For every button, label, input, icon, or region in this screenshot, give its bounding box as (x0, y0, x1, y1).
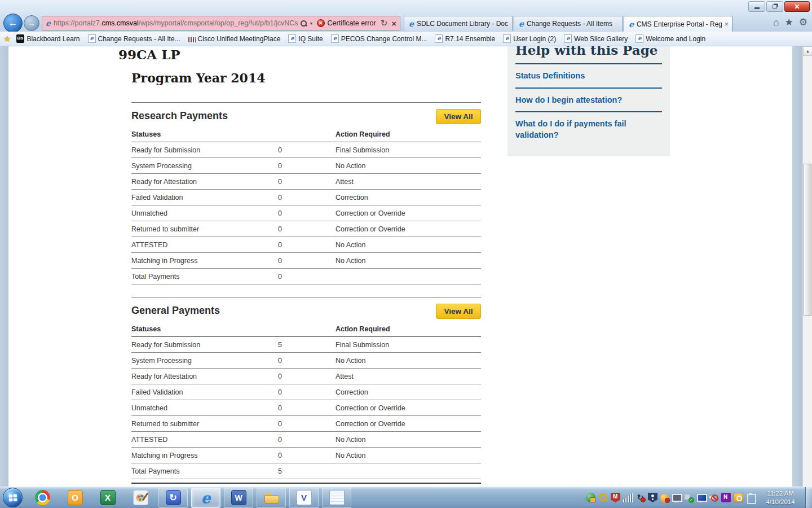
payments-section: General Payments View All Statuses Actio… (131, 297, 481, 479)
close-button[interactable]: ✕ (784, 1, 810, 12)
status-cell: Ready for Submission (131, 142, 278, 158)
favorites-bar-item[interactable]: Change Requests - All Ite... (88, 34, 180, 43)
paint-taskbar-button[interactable] (126, 488, 155, 508)
show-desktop-button[interactable] (805, 487, 812, 508)
section-header: Research Payments View All (131, 103, 481, 129)
sync-error-icon[interactable] (636, 493, 645, 502)
visio-taskbar-button[interactable] (289, 488, 319, 508)
secure-globe-icon[interactable] (586, 493, 595, 502)
table-row: Unmatched0Correction or Override (131, 400, 481, 416)
certificate-error-icon[interactable]: ✕ (317, 19, 325, 27)
outlook-taskbar-button[interactable] (60, 488, 90, 508)
restore-button[interactable] (766, 1, 783, 12)
browser-tab[interactable]: eCMS Enterprise Portal - Reg...× (624, 16, 732, 32)
count-cell: 0 (278, 353, 336, 369)
status-cell: ATTESTED (131, 237, 278, 253)
favorite-label: Change Requests - All Ite... (98, 35, 180, 43)
identity-shield-icon[interactable] (648, 493, 657, 502)
table-row: ATTESTED0No Action (131, 432, 481, 448)
favorite-label: Cisco Unified MeetingPlace (198, 35, 281, 43)
ie-page-icon: e (46, 19, 51, 28)
onenote-icon[interactable] (721, 493, 731, 502)
page-scrollbar[interactable]: ▲ (802, 46, 812, 487)
view-all-button[interactable]: View All (436, 304, 481, 319)
favorites-bar-item[interactable]: Blackboard Learn (16, 34, 80, 43)
settings-gear-icon[interactable]: ⚙ (799, 17, 807, 28)
help-link-begin-attestation[interactable]: How do I begin attestation? (515, 89, 662, 113)
stop-icon[interactable]: × (391, 19, 396, 28)
signal-strength-icon[interactable] (623, 493, 633, 502)
scrollbar-thumb[interactable] (804, 164, 811, 316)
excel-icon (100, 490, 116, 505)
minimize-button[interactable] (748, 1, 765, 12)
address-bar[interactable]: e https://portalz7.cms.cmsval/wps/myport… (42, 16, 400, 30)
url-text: https://portalz7.cms.cmsval/wps/myportal… (54, 19, 299, 27)
word-taskbar-button[interactable] (224, 488, 253, 508)
status-cell: Unmatched (131, 205, 278, 221)
certificate-error-label[interactable]: Certificate error (328, 19, 376, 27)
home-icon[interactable]: ⌂ (773, 17, 779, 28)
table-row: Unmatched0Correction or Override (131, 205, 481, 221)
help-link-payments-fail-validation[interactable]: What do I do if payments fail validation… (515, 112, 662, 146)
favorite-label: PECOS Change Control M... (341, 35, 427, 43)
volume-muted-icon[interactable] (709, 493, 718, 502)
favorite-label: R7.14 Ensemble (445, 35, 495, 43)
windows-explorer-taskbar-button[interactable] (257, 488, 286, 508)
taskbar-clock[interactable]: 11:22 AM 4/10/2014 (761, 489, 800, 506)
back-button[interactable]: ← (3, 14, 23, 33)
help-link-status-definitions[interactable]: Status Definitions (515, 64, 662, 89)
view-all-button[interactable]: View All (436, 109, 481, 124)
key-icon[interactable] (598, 493, 608, 502)
search-icon[interactable] (300, 20, 307, 27)
search-dropdown-icon[interactable]: ▼ (310, 21, 314, 25)
display-icon[interactable] (696, 493, 706, 502)
favorites-bar-item[interactable]: Web Slice Gallery (564, 34, 628, 43)
ie-page-icon: e (629, 20, 634, 29)
favorites-bar-item[interactable]: Welcome and Login (636, 34, 705, 43)
favorites-star-icon[interactable]: ★ (785, 17, 793, 28)
cisco-icon (188, 37, 196, 42)
chrome-taskbar-button[interactable] (28, 488, 57, 508)
tab-label: CMS Enterprise Portal - Reg... (637, 20, 722, 28)
column-header-action-required: Action Required (336, 323, 481, 337)
status-cell: Returned to submitter (131, 416, 278, 432)
ie-page-icon: e (409, 19, 414, 28)
monitor-icon[interactable] (672, 493, 681, 502)
start-button[interactable] (3, 488, 23, 507)
count-cell: 0 (278, 400, 336, 416)
iedoc-icon (331, 34, 339, 43)
outlook-icon (68, 490, 83, 505)
count-cell: 0 (278, 432, 336, 448)
notepad-taskbar-button[interactable] (322, 488, 351, 508)
alert-badge-icon[interactable] (660, 494, 669, 502)
favorites-bar-item[interactable]: R7.14 Ensemble (435, 34, 495, 43)
action-cell: No Action (336, 432, 481, 448)
forward-button[interactable]: → (24, 15, 39, 31)
scrollbar-up-arrow[interactable]: ▲ (803, 46, 812, 56)
browser-tab[interactable]: eSDLC Document Library - Doc... (404, 16, 513, 31)
action-cell: No Action (336, 253, 481, 269)
favorites-bar-item[interactable]: PECOS Change Control M... (331, 34, 427, 43)
table-row: Matching in Progress0No Action (131, 253, 481, 269)
payments-section: Research Payments View All Statuses Acti… (131, 102, 481, 284)
favorites-bar-item[interactable]: Cisco Unified MeetingPlace (188, 35, 281, 43)
column-header-statuses: Statuses (131, 129, 278, 142)
favorites-bar-star-icon[interactable]: ★ (3, 34, 11, 44)
mcafee-shield-icon[interactable] (611, 493, 620, 502)
status-cell: System Processing (131, 158, 278, 174)
screen: ✕ ← → e https://portalz7.cms.cmsval/wps/… (0, 0, 812, 508)
refresh-icon[interactable]: ↻ (381, 18, 388, 28)
browser-tab[interactable]: eChange Requests - All Items (514, 16, 623, 31)
internet-explorer-taskbar-button[interactable] (191, 488, 220, 508)
credential-lock-icon[interactable] (734, 493, 743, 502)
excel-taskbar-button[interactable] (93, 488, 122, 508)
favorites-bar-item[interactable]: User Login (2) (503, 34, 556, 43)
usb-device-icon[interactable] (684, 493, 694, 502)
table-header-row: Statuses Action Required (131, 323, 481, 337)
clipboard-icon[interactable] (746, 493, 756, 502)
lync-taskbar-button[interactable] (158, 488, 188, 508)
table-row: Ready for Attestation0Attest (131, 174, 481, 190)
favorites-bar-item[interactable]: IQ Suite (288, 34, 323, 43)
tab-close-icon[interactable]: × (724, 20, 729, 28)
column-header-count (278, 129, 336, 142)
